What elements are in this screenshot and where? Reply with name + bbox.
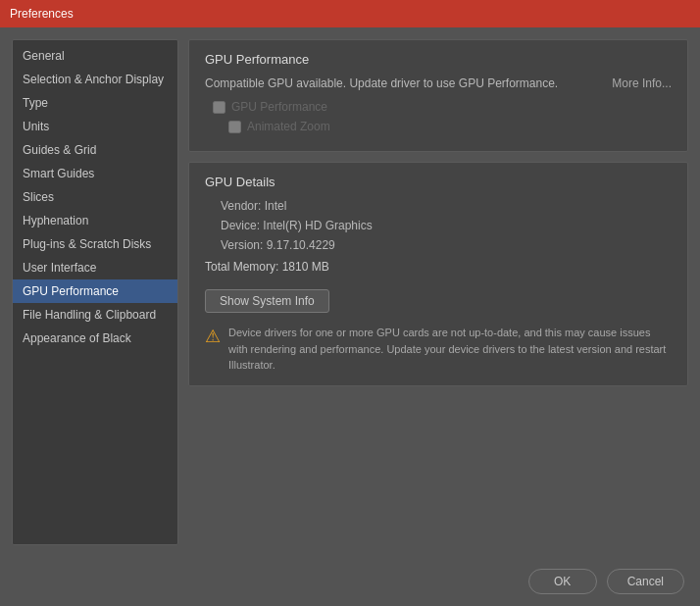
sidebar-item-file-handling[interactable]: File Handling & Clipboard	[13, 303, 177, 327]
gpu-details-title: GPU Details	[205, 175, 672, 189]
show-system-info-button[interactable]: Show System Info	[205, 289, 329, 313]
compatible-message: Compatible GPU available. Update driver …	[205, 76, 558, 90]
sidebar-item-units[interactable]: Units	[13, 115, 177, 138]
animated-zoom-checkbox-row: Animated Zoom	[228, 120, 672, 133]
gpu-details-section: GPU Details Vendor: Intel Device: Intel(…	[188, 162, 688, 386]
sidebar: General Selection & Anchor Display Type …	[12, 39, 178, 545]
gpu-performance-section: GPU Performance Compatible GPU available…	[188, 39, 688, 152]
gpu-performance-label: GPU Performance	[231, 100, 327, 114]
sidebar-item-type[interactable]: Type	[13, 91, 177, 115]
warning-box: ⚠ Device drivers for one or more GPU car…	[205, 325, 672, 374]
sidebar-item-hyphenation[interactable]: Hyphenation	[13, 209, 177, 232]
warning-icon: ⚠	[205, 326, 221, 347]
vendor-row: Vendor: Intel	[221, 199, 672, 213]
sidebar-item-smart-guides[interactable]: Smart Guides	[13, 162, 177, 185]
sidebar-item-guides-grid[interactable]: Guides & Grid	[13, 138, 177, 162]
sidebar-item-appearance-black[interactable]: Appearance of Black	[13, 327, 177, 350]
gpu-performance-title: GPU Performance	[205, 52, 672, 67]
cancel-button[interactable]: Cancel	[607, 569, 684, 594]
sidebar-item-user-interface[interactable]: User Interface	[13, 256, 177, 279]
sidebar-item-plugins[interactable]: Plug-ins & Scratch Disks	[13, 232, 177, 256]
gpu-performance-checkbox[interactable]	[213, 101, 225, 114]
dialog-title: Preferences	[10, 7, 74, 21]
sidebar-item-selection-anchor[interactable]: Selection & Anchor Display	[13, 68, 177, 91]
sidebar-item-gpu-performance[interactable]: GPU Performance	[13, 279, 177, 303]
compatible-message-row: Compatible GPU available. Update driver …	[205, 76, 672, 90]
version-row: Version: 9.17.10.4229	[221, 238, 672, 252]
total-memory: Total Memory: 1810 MB	[205, 260, 672, 274]
more-info-link[interactable]: More Info...	[612, 76, 672, 90]
gpu-performance-checkbox-row: GPU Performance	[213, 100, 672, 114]
warning-text: Device drivers for one or more GPU cards…	[228, 325, 672, 374]
footer: OK Cancel	[0, 557, 700, 606]
ok-button[interactable]: OK	[528, 569, 597, 594]
dialog-body: General Selection & Anchor Display Type …	[0, 27, 700, 557]
sidebar-item-slices[interactable]: Slices	[13, 185, 177, 209]
sidebar-item-general[interactable]: General	[13, 44, 177, 68]
content-area: GPU Performance Compatible GPU available…	[188, 39, 688, 545]
animated-zoom-checkbox[interactable]	[228, 121, 241, 133]
title-bar: Preferences	[0, 0, 700, 27]
device-row: Device: Intel(R) HD Graphics	[221, 219, 672, 232]
animated-zoom-label: Animated Zoom	[247, 120, 330, 133]
